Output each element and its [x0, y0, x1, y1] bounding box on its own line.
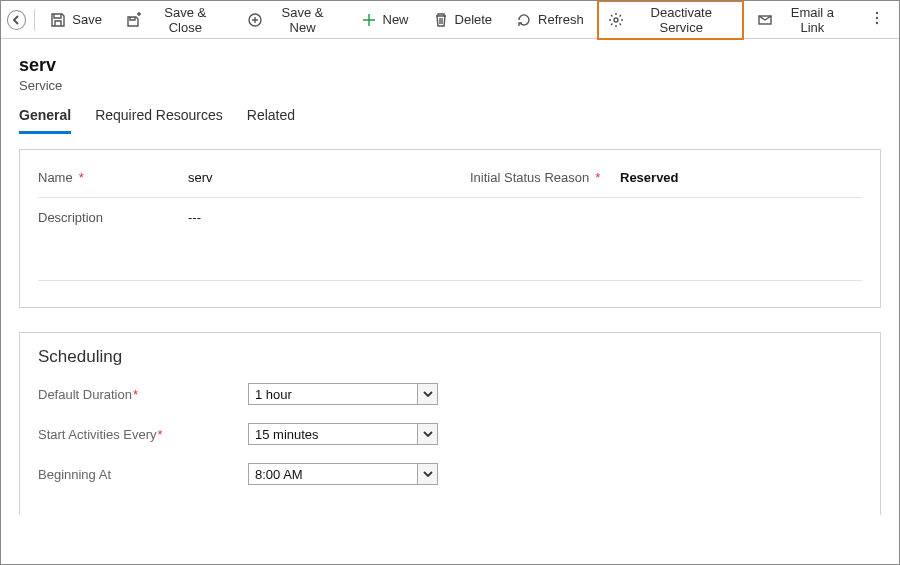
- field-description[interactable]: Description ---: [38, 204, 862, 274]
- save-close-button[interactable]: Save & Close: [115, 0, 234, 40]
- start-every-label: Start Activities Every*: [38, 427, 248, 442]
- save-new-label: Save & New: [269, 5, 337, 35]
- tab-list: General Required Resources Related: [1, 101, 899, 135]
- record-header: serv Service: [1, 39, 899, 101]
- trash-icon: [433, 12, 449, 28]
- save-new-icon: [247, 12, 263, 28]
- save-close-label: Save & Close: [148, 5, 223, 35]
- svg-point-3: [876, 12, 878, 14]
- name-value: serv: [188, 170, 213, 185]
- email-link-label: Email a Link: [779, 5, 846, 35]
- default-duration-select[interactable]: 1 hour: [248, 383, 438, 405]
- gear-icon: [608, 12, 624, 28]
- chevron-down-icon[interactable]: [417, 424, 437, 444]
- beginning-at-value: 8:00 AM: [249, 464, 417, 484]
- tab-general[interactable]: General: [19, 101, 71, 134]
- svg-point-5: [876, 22, 878, 24]
- field-default-duration: Default Duration* 1 hour: [38, 383, 862, 405]
- field-beginning-at: Beginning At 8:00 AM: [38, 463, 862, 485]
- chevron-left-icon: [12, 15, 22, 25]
- refresh-button[interactable]: Refresh: [505, 7, 595, 33]
- save-label: Save: [72, 12, 102, 27]
- command-bar: Save Save & Close Save & New New Delete …: [1, 1, 899, 39]
- email-link-button[interactable]: Email a Link: [746, 0, 857, 40]
- more-vertical-icon: [869, 10, 885, 26]
- plus-icon: [361, 12, 377, 28]
- field-start-activities-every: Start Activities Every* 15 minutes: [38, 423, 862, 445]
- general-section: Name* serv Initial Status Reason* Reserv…: [19, 149, 881, 308]
- deactivate-service-button[interactable]: Deactivate Service: [597, 0, 744, 40]
- default-duration-value: 1 hour: [249, 384, 417, 404]
- start-every-select[interactable]: 15 minutes: [248, 423, 438, 445]
- more-commands-button[interactable]: [861, 6, 893, 33]
- name-label: Name*: [38, 170, 188, 185]
- start-every-value: 15 minutes: [249, 424, 417, 444]
- save-close-icon: [126, 12, 142, 28]
- field-name[interactable]: Name* serv: [38, 164, 430, 191]
- scheduling-title: Scheduling: [38, 347, 862, 367]
- svg-point-1: [614, 18, 618, 22]
- new-button[interactable]: New: [350, 7, 420, 33]
- beginning-at-label: Beginning At: [38, 467, 248, 482]
- status-value: Reserved: [620, 170, 679, 185]
- description-value: ---: [188, 210, 201, 225]
- beginning-at-select[interactable]: 8:00 AM: [248, 463, 438, 485]
- record-entity: Service: [19, 78, 881, 93]
- refresh-label: Refresh: [538, 12, 584, 27]
- divider: [38, 280, 862, 281]
- default-duration-label: Default Duration*: [38, 387, 248, 402]
- field-initial-status[interactable]: Initial Status Reason* Reserved: [470, 164, 862, 191]
- toolbar-separator: [34, 9, 35, 31]
- delete-label: Delete: [455, 12, 493, 27]
- save-new-button[interactable]: Save & New: [236, 0, 348, 40]
- deactivate-label: Deactivate Service: [630, 5, 733, 35]
- back-button[interactable]: [7, 10, 26, 30]
- email-icon: [757, 12, 773, 28]
- new-label: New: [383, 12, 409, 27]
- scheduling-section: Scheduling Default Duration* 1 hour Star…: [19, 332, 881, 515]
- delete-button[interactable]: Delete: [422, 7, 504, 33]
- divider: [38, 197, 862, 198]
- tab-related[interactable]: Related: [247, 101, 295, 134]
- save-button[interactable]: Save: [39, 7, 113, 33]
- tab-required-resources[interactable]: Required Resources: [95, 101, 223, 134]
- content-area: Name* serv Initial Status Reason* Reserv…: [1, 135, 899, 559]
- status-label: Initial Status Reason*: [470, 170, 620, 185]
- save-icon: [50, 12, 66, 28]
- svg-point-4: [876, 17, 878, 19]
- refresh-icon: [516, 12, 532, 28]
- description-label: Description: [38, 210, 188, 225]
- chevron-down-icon[interactable]: [417, 464, 437, 484]
- chevron-down-icon[interactable]: [417, 384, 437, 404]
- record-title: serv: [19, 55, 881, 76]
